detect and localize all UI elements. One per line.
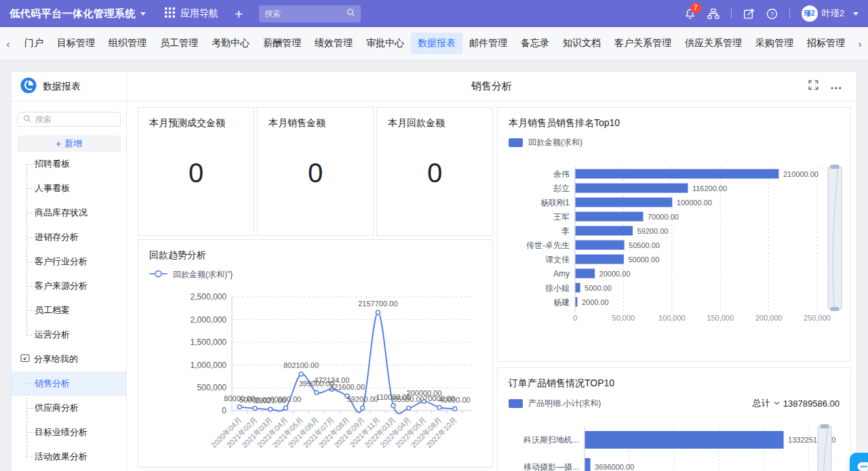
data-zoom-slider[interactable]: [818, 424, 831, 471]
tabs-scroll-left-button[interactable]: ‹: [0, 38, 16, 49]
sidebar-tree: 招聘看板人事看板商品库存状况进销存分析客户行业分析客户来源分析员工档案运营分析分…: [12, 152, 126, 469]
sidebar-item-目标业绩分析[interactable]: 目标业绩分析: [12, 420, 126, 445]
svg-text:徐小姐: 徐小姐: [545, 283, 570, 293]
tab-招标管理[interactable]: 招标管理: [800, 33, 852, 54]
notification-badge: 7: [690, 3, 701, 14]
bar-legend-swatch-icon: [509, 138, 523, 147]
bar[interactable]: [576, 298, 578, 307]
data-zoom-slider[interactable]: [828, 165, 842, 311]
bar[interactable]: [576, 198, 673, 207]
app-nav-label: 应用导航: [180, 7, 218, 20]
topbar-divider: [789, 9, 790, 18]
notification-bell-button[interactable]: 7: [684, 8, 696, 20]
chart-legend[interactable]: 回款金额(求和)"}: [149, 269, 492, 281]
bar[interactable]: [576, 283, 580, 293]
tab-考勤中心[interactable]: 考勤中心: [205, 33, 256, 54]
add-app-button[interactable]: +: [235, 7, 243, 21]
chevron-down-icon: [140, 12, 146, 16]
user-menu[interactable]: 瑾2 叶瑾2: [802, 5, 859, 22]
chart-legend[interactable]: 回款金额(求和): [509, 137, 850, 148]
sidebar-item-商品库存状况[interactable]: 商品库存状况: [12, 201, 126, 225]
system-title-menu[interactable]: 低代码平台一体化管理系统: [9, 7, 146, 20]
sidebar-search-input[interactable]: [35, 115, 106, 124]
sidebar-item-活动效果分析[interactable]: 活动效果分析: [12, 445, 126, 469]
tab-薪酬管理[interactable]: 薪酬管理: [256, 33, 308, 54]
app-nav-button[interactable]: 应用导航: [165, 7, 218, 20]
tab-知识文档[interactable]: 知识文档: [556, 33, 608, 54]
global-search-input[interactable]: [264, 9, 338, 18]
svg-text:李: 李: [561, 226, 570, 236]
sidebar-section-shared[interactable]: 分享给我的: [12, 347, 126, 371]
svg-text:2,500,000: 2,500,000: [191, 292, 227, 302]
tab-门户[interactable]: 门户: [18, 33, 50, 54]
chart-legend[interactable]: 产品明细.小计(求和) 总计 138789586.00: [509, 397, 850, 409]
data-zoom-handle[interactable]: [831, 165, 840, 169]
svg-text:0: 0: [573, 314, 577, 322]
org-chart-button[interactable]: [707, 8, 719, 20]
fullscreen-icon[interactable]: [808, 80, 818, 93]
svg-text:150,000: 150,000: [707, 314, 734, 322]
svg-text:彭立: 彭立: [553, 184, 570, 193]
sidebar-item-运营分析[interactable]: 运营分析: [12, 323, 126, 347]
dashboard: 本月预测成交金额 0 本月销售金额 0 本月回款金额 0: [127, 102, 856, 471]
tab-数据报表[interactable]: 数据报表: [411, 33, 462, 54]
stat-card-row: 本月预测成交金额 0 本月销售金额 0 本月回款金额 0: [138, 107, 493, 236]
tab-客户关系管理[interactable]: 客户关系管理: [608, 33, 678, 54]
data-zoom-handle[interactable]: [821, 424, 829, 428]
sidebar-item-员工档案[interactable]: 员工档案: [12, 298, 126, 323]
tab-供应关系管理[interactable]: 供应关系管理: [678, 33, 749, 54]
bar[interactable]: [576, 212, 644, 222]
tab-组织管理[interactable]: 组织管理: [102, 33, 153, 54]
chevron-down-icon: [774, 401, 780, 405]
bar[interactable]: [576, 255, 624, 264]
sidebar-item-人事看板[interactable]: 人事看板: [12, 176, 126, 201]
chat-fab-button[interactable]: [850, 453, 868, 471]
bar[interactable]: [576, 241, 625, 250]
compose-button[interactable]: [743, 8, 755, 20]
sidebar-item-销售分析[interactable]: 销售分析: [12, 371, 126, 396]
more-options-icon[interactable]: [831, 81, 842, 93]
product-top10-card: 订单产品销售情况TOP10 产品明细.小计(求和) 总计 138789586.0: [497, 367, 851, 471]
bar[interactable]: [576, 169, 779, 179]
screen: 低代码平台一体化管理系统 应用导航 +: [0, 0, 868, 471]
sidebar-item-进销存分析[interactable]: 进销存分析: [12, 225, 126, 249]
payment-trend-line-chart: 2,500,0002,000,0001,500,0001,000,000500,…: [149, 281, 492, 468]
bar[interactable]: [576, 226, 633, 236]
tab-采购管理[interactable]: 采购管理: [749, 33, 800, 54]
svg-text:余伟: 余伟: [553, 169, 570, 179]
tab-邮件管理[interactable]: 邮件管理: [462, 33, 514, 54]
global-search[interactable]: [259, 5, 361, 22]
chart-title: 本月销售员销售排名Top10: [509, 117, 850, 129]
svg-text:Amy: Amy: [553, 269, 570, 279]
svg-text:1,000,000: 1,000,000: [191, 361, 227, 370]
bar[interactable]: [576, 269, 595, 279]
tab-员工管理[interactable]: 员工管理: [153, 33, 205, 54]
tab-审批中心[interactable]: 审批中心: [359, 33, 411, 54]
sidebar-item-客户行业分析[interactable]: 客户行业分析: [12, 249, 126, 274]
tab-目标管理[interactable]: 目标管理: [50, 33, 102, 54]
new-report-button[interactable]: + 新增: [17, 136, 121, 152]
svg-text:科沃斯扫地机...: 科沃斯扫地机...: [523, 435, 579, 445]
sidebar-item-客户来源分析[interactable]: 客户来源分析: [12, 274, 126, 298]
svg-text:100000.00: 100000.00: [677, 199, 712, 207]
help-button[interactable]: ?: [766, 8, 778, 20]
bar[interactable]: [576, 184, 688, 193]
sidebar: 数据报表 + 新增 招聘看板人事看板商品库存状况进销存分析客户行业分析客户来源分…: [12, 72, 127, 471]
grid-icon: [165, 7, 175, 20]
system-title: 低代码平台一体化管理系统: [9, 7, 136, 20]
tab-备忘录[interactable]: 备忘录: [514, 33, 556, 54]
bar[interactable]: [585, 431, 784, 449]
svg-text:2157700.00: 2157700.00: [358, 300, 397, 308]
svg-text:200,000: 200,000: [755, 314, 783, 322]
sidebar-search[interactable]: [17, 112, 121, 127]
svg-text:50500.00: 50500.00: [629, 241, 660, 249]
total-selector[interactable]: 总计 138789586.00: [753, 397, 840, 409]
tabs-scroll-right-button[interactable]: ›: [852, 38, 868, 49]
chart-title: 回款趋势分析: [149, 249, 492, 262]
svg-text:50000.00: 50000.00: [628, 255, 659, 264]
data-zoom-handle[interactable]: [831, 307, 840, 311]
sidebar-item-招聘看板[interactable]: 招聘看板: [12, 152, 126, 176]
bar[interactable]: [585, 458, 591, 471]
sidebar-item-供应商分析[interactable]: 供应商分析: [12, 396, 126, 420]
tab-绩效管理[interactable]: 绩效管理: [308, 33, 359, 54]
